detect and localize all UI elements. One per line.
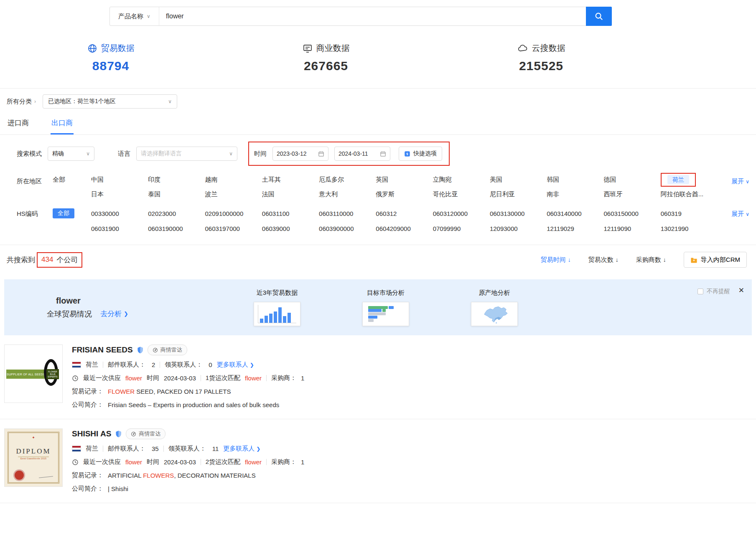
hs-option[interactable]: 060319 bbox=[661, 210, 718, 217]
separator bbox=[163, 446, 164, 452]
sort-buyer-count[interactable]: 采购商数 ↓ bbox=[636, 256, 666, 264]
card-origin-analysis[interactable]: 原产地分析 bbox=[471, 289, 518, 326]
region-option[interactable]: 南非 bbox=[547, 190, 603, 198]
region-option[interactable]: 哥伦比亚 bbox=[433, 190, 490, 198]
linkedin-contacts-count: 0 bbox=[209, 361, 212, 368]
dismiss-checkbox[interactable] bbox=[697, 289, 703, 294]
region-option[interactable]: 德国 bbox=[603, 176, 660, 184]
hs-option[interactable]: 0603190000 bbox=[148, 225, 205, 232]
certificate-ornament: ✦ bbox=[5, 436, 62, 440]
analysis-banner: flower 全球贸易情况 去分析 ❯ 近3年贸易数据 目标市场分析 原产地分析 bbox=[4, 279, 752, 335]
hs-option[interactable]: 12119090 bbox=[603, 225, 660, 232]
region-expand-link[interactable]: 展开 ∨ bbox=[718, 176, 749, 198]
region-option[interactable]: 法国 bbox=[262, 190, 319, 198]
region-option[interactable]: 意大利 bbox=[319, 190, 376, 198]
region-option[interactable]: 西班牙 bbox=[603, 190, 660, 198]
region-option[interactable]: 泰国 bbox=[148, 190, 205, 198]
search-input[interactable] bbox=[159, 7, 586, 25]
hs-option[interactable]: 02023000 bbox=[148, 210, 205, 217]
region-option[interactable]: 日本 bbox=[91, 190, 148, 198]
date-to-input[interactable]: 2024-03-11 bbox=[334, 147, 390, 161]
chevron-right-icon: ❯ bbox=[256, 446, 260, 452]
hs-option[interactable]: 12119029 bbox=[547, 225, 603, 232]
chevron-down-icon: ∨ bbox=[229, 151, 233, 157]
sort-trade-time[interactable]: 贸易时间 ↓ bbox=[541, 256, 571, 264]
region-option[interactable]: 全部 bbox=[53, 176, 91, 184]
tab-exporter[interactable]: 出口商 bbox=[51, 113, 74, 134]
selected-region-dropdown[interactable]: 已选地区：荷兰等1个地区 ∨ bbox=[43, 94, 177, 109]
stat-business-data[interactable]: 商业数据 267665 bbox=[290, 43, 361, 73]
hs-option[interactable]: 0603120000 bbox=[433, 210, 490, 217]
region-option[interactable]: 阿拉伯联合酋... bbox=[661, 190, 718, 198]
stat-value: 88794 bbox=[75, 59, 146, 73]
hs-option[interactable]: 07099990 bbox=[433, 225, 490, 232]
search-button[interactable] bbox=[586, 7, 612, 26]
date-from-input[interactable]: 2023-03-12 bbox=[272, 147, 328, 161]
region-option[interactable]: 土耳其 bbox=[262, 176, 319, 184]
hs-option[interactable]: 0603150000 bbox=[603, 210, 660, 217]
region-option[interactable]: 厄瓜多尔 bbox=[319, 176, 376, 184]
netherlands-flag-icon bbox=[72, 446, 81, 452]
radar-badge[interactable]: 商情雷达 bbox=[148, 344, 187, 355]
region-option[interactable]: 印度 bbox=[148, 176, 205, 184]
sort-trade-count[interactable]: 贸易次数 ↓ bbox=[588, 256, 619, 264]
hs-option[interactable]: 06031900 bbox=[91, 225, 148, 232]
region-option[interactable]: 美国 bbox=[490, 176, 547, 184]
company-intro-label: 公司简介： bbox=[72, 485, 103, 493]
search-mode-select[interactable]: 精确 ∨ bbox=[48, 147, 94, 161]
hs-option[interactable]: 0603140000 bbox=[547, 210, 603, 217]
trade-bar-chart bbox=[258, 305, 296, 323]
hs-option[interactable]: 060312 bbox=[376, 210, 433, 217]
quick-options-button[interactable]: 快捷选项 bbox=[399, 147, 442, 161]
hs-option[interactable]: 06031100 bbox=[262, 210, 319, 217]
hs-option[interactable]: 02091000000 bbox=[205, 210, 262, 217]
company-name[interactable]: SHISHI AS bbox=[72, 429, 111, 438]
region-option[interactable]: 越南 bbox=[205, 176, 262, 184]
card-target-market[interactable]: 目标市场分析 bbox=[362, 289, 409, 326]
hs-option[interactable]: 06039000 bbox=[262, 225, 319, 232]
region-option[interactable]: 波兰 bbox=[205, 190, 262, 198]
radar-badge[interactable]: 商情雷达 bbox=[126, 428, 165, 439]
hs-option-all[interactable]: 全部 bbox=[53, 208, 74, 218]
hs-option[interactable]: 0603110000 bbox=[319, 210, 376, 217]
language-select[interactable]: 请选择翻译语言 ∨ bbox=[136, 147, 237, 161]
hs-option[interactable]: 0603900000 bbox=[319, 225, 376, 232]
hs-option[interactable]: 0603130000 bbox=[490, 210, 547, 217]
region-option[interactable]: 俄罗斯 bbox=[376, 190, 433, 198]
region-option[interactable]: 韩国 bbox=[547, 176, 603, 184]
tab-importer[interactable]: 进口商 bbox=[7, 113, 30, 134]
shield-icon bbox=[137, 347, 143, 354]
market-hbar-chart bbox=[367, 305, 405, 323]
hs-option[interactable]: 13021990 bbox=[661, 225, 718, 232]
import-crm-button[interactable]: 导入内部CRM bbox=[684, 252, 747, 268]
recent-supply-time-label: 时间 bbox=[147, 458, 159, 466]
search-category-select[interactable]: 产品名称 ∨ bbox=[110, 7, 159, 25]
stat-cloud-search-data[interactable]: 云搜数据 215525 bbox=[506, 43, 577, 73]
card-trade-3yr[interactable]: 近3年贸易数据 bbox=[254, 289, 300, 326]
email-contacts-count: 2 bbox=[152, 361, 155, 368]
stat-trade-data[interactable]: 贸易数据 88794 bbox=[75, 43, 146, 73]
hs-option[interactable]: 00330000 bbox=[91, 210, 148, 217]
search-mode-label: 搜索模式 bbox=[17, 150, 42, 158]
go-analyze-link[interactable]: 去分析 ❯ bbox=[100, 309, 128, 319]
radar-icon bbox=[153, 347, 158, 353]
company-name[interactable]: FRISIAN SEEDS bbox=[72, 345, 133, 355]
region-option[interactable]: 英国 bbox=[376, 176, 433, 184]
hs-option[interactable]: 12093000 bbox=[490, 225, 547, 232]
region-option[interactable]: 尼日利亚 bbox=[490, 190, 547, 198]
hs-expand-link[interactable]: 展开 ∨ bbox=[718, 208, 749, 232]
region-option[interactable]: 中国 bbox=[91, 176, 148, 184]
breadcrumb-all-categories[interactable]: 所有分类 › bbox=[7, 98, 36, 106]
close-icon[interactable]: ✕ bbox=[738, 286, 744, 295]
region-option[interactable]: 立陶宛 bbox=[433, 176, 490, 184]
logo-sub-text: FLOWER BULB EXPERTS bbox=[46, 369, 59, 379]
hs-option[interactable]: 0603197000 bbox=[205, 225, 262, 232]
region-option-netherlands[interactable]: 荷兰 bbox=[667, 175, 689, 184]
region-option-selected: 荷兰 bbox=[661, 176, 718, 184]
dismiss-control[interactable]: 不再提醒 bbox=[697, 288, 730, 295]
hs-option[interactable]: 0604209000 bbox=[376, 225, 433, 232]
buyers-count: 1 bbox=[301, 458, 304, 466]
more-contacts-link[interactable]: 更多联系人 ❯ bbox=[223, 445, 260, 453]
selected-region-label: 已选地区：荷兰等1个地区 bbox=[48, 98, 116, 105]
more-contacts-link[interactable]: 更多联系人 ❯ bbox=[217, 361, 254, 369]
